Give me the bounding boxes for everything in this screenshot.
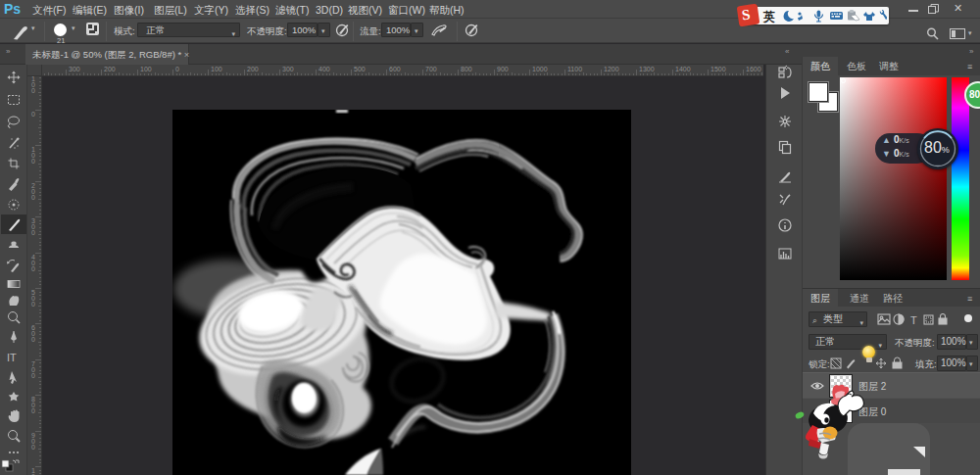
- svg-text:T: T: [910, 314, 917, 326]
- svg-text:IT: IT: [7, 352, 17, 363]
